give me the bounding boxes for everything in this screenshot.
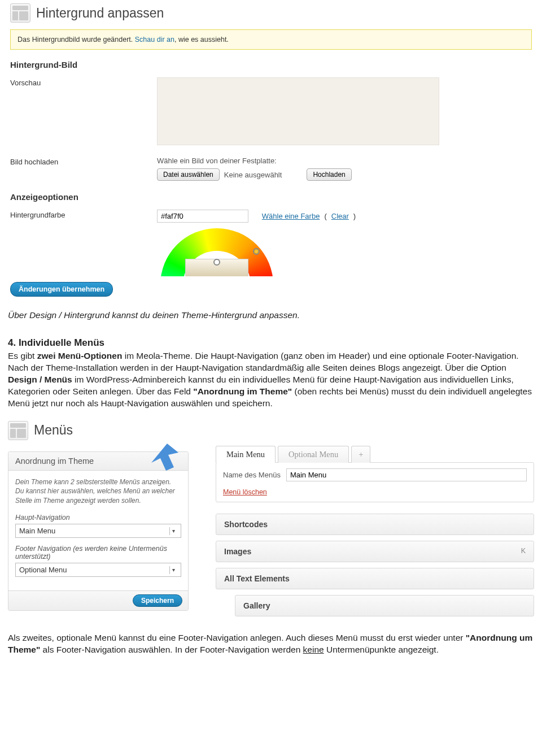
notice-link[interactable]: Schau dir an [135,36,174,44]
menu-name-label: Name des Menüs [223,471,281,479]
color-handle-wheel[interactable] [253,248,260,255]
tab-main-menu[interactable]: Main Menu [216,446,276,463]
arrow-icon [146,444,180,473]
color-handle-square[interactable] [213,259,220,266]
menu-item[interactable]: Images K [216,541,534,562]
label-footer-nav: Footer Navigation (es werden keine Unter… [15,545,181,561]
menu-item[interactable]: All Text Elements [216,568,534,589]
select-haupt-nav[interactable]: Main Menu ▾ [15,524,181,538]
upload-button[interactable]: Hochladen [307,168,351,181]
section-heading-anzeige: Anzeigeoptionen [10,192,532,202]
menu-tabs: Main Menu Optional Menu + [216,446,534,463]
theme-locations-panel: Anordnung im Theme Dein Theme kann 2 sel… [8,451,189,611]
section-4-paragraph: Es gibt zwei Menü-Optionen im Meola-Them… [8,350,534,410]
pick-color-link[interactable]: Wähle eine Farbe [262,212,320,220]
menu-item[interactable]: Shortcodes [216,514,534,535]
chevron-down-icon: ▾ [169,566,177,574]
preview-box [157,77,439,145]
choose-file-button[interactable]: Datei auswählen [157,168,220,181]
tab-add-menu[interactable]: + [351,446,370,463]
menu-form: Name des Menüs Menü löschen [216,462,534,502]
color-hex-input[interactable] [157,210,248,223]
label-upload: Bild hochladen [10,157,157,181]
tab-optional-menu[interactable]: Optional Menu [278,446,349,463]
save-locations-button[interactable]: Speichern [133,594,182,607]
save-changes-button[interactable]: Änderungen übernehmen [10,282,113,297]
upload-prompt: Wähle ein Bild von deiner Festplatte: [157,157,532,165]
figure-caption: Über Design / Hintergrund kannst du dein… [8,310,534,320]
menu-item-child[interactable]: Gallery [235,595,534,616]
menu-items-list: Shortcodes Images K All Text Elements Ga… [216,514,534,616]
file-status: Keine ausgewählt [224,171,282,179]
notice-text-prefix: Das Hintergrundbild wurde geändert. [18,36,135,44]
section-4: 4. Individuelle Menüs Es gibt zwei Menü-… [8,337,534,410]
notice-banner: Das Hintergrundbild wurde geändert. Scha… [10,29,532,50]
page-header: Hintergrund anpassen [0,0,542,27]
menus-page-header: Menüs [8,421,189,440]
row-upload: Bild hochladen Wähle ein Bild von deiner… [10,157,532,181]
delete-menu-link[interactable]: Menü löschen [223,488,267,496]
menus-title: Menüs [34,423,73,438]
section-heading-bild: Hintergrund-Bild [10,60,532,69]
label-color: Hintergrundfarbe [10,210,157,276]
row-preview: Vorschau [10,77,532,145]
menus-screenshot: Menüs Anordnung im Theme Dein Theme kann… [8,421,534,622]
notice-text-suffix: , wie es aussieht. [174,36,229,44]
select-footer-nav[interactable]: Optional Menu ▾ [15,563,181,577]
panel-description: Dein Theme kann 2 selbsterstellte Menüs … [15,477,181,506]
clear-color-link[interactable]: Clear [331,212,349,220]
appearance-icon [8,421,28,440]
appearance-icon [10,3,30,23]
label-haupt-nav: Haupt-Navigation [15,514,181,522]
chevron-down-icon: ▾ [169,527,177,535]
row-color: Hintergrundfarbe Wähle eine Farbe (Clear… [10,210,532,276]
color-picker-widget[interactable] [157,228,276,276]
section-4-heading: 4. Individuelle Menüs [8,337,534,349]
page-title: Hintergrund anpassen [36,6,164,21]
svg-marker-0 [151,444,178,471]
final-paragraph: Als zweites, optionale Menü kannst du ei… [8,632,534,656]
menu-name-input[interactable] [286,468,527,481]
label-vorschau: Vorschau [10,77,157,145]
